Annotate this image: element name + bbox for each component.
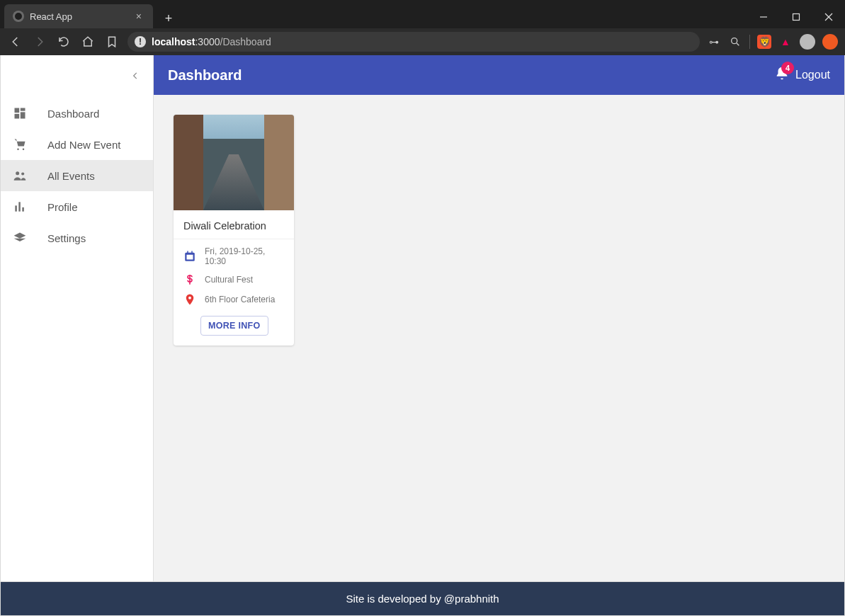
window-close-button[interactable] xyxy=(812,6,845,28)
svg-rect-17 xyxy=(22,207,24,212)
toolbar-separator xyxy=(749,35,750,49)
card-divider xyxy=(174,239,294,239)
window-minimize-button[interactable] xyxy=(747,6,780,28)
url-text: localhost:3000/Dashboard xyxy=(152,36,271,47)
svg-point-23 xyxy=(188,297,191,300)
svg-marker-18 xyxy=(14,233,26,239)
svg-rect-7 xyxy=(15,108,20,113)
browser-tab[interactable]: React App × xyxy=(4,4,153,28)
tab-title: React App xyxy=(30,11,127,22)
svg-point-5 xyxy=(732,38,737,44)
sidebar-item-all-events[interactable]: All Events xyxy=(1,160,153,191)
sidebar: Dashboard Add New Event All Events Profi… xyxy=(1,55,154,581)
barchart-icon xyxy=(12,199,28,215)
browser-titlebar: React App × + xyxy=(0,0,845,28)
svg-point-14 xyxy=(21,172,24,175)
event-category-row: Cultural Fest xyxy=(183,273,284,286)
svg-rect-22 xyxy=(191,251,193,254)
logout-button[interactable]: Logout xyxy=(795,69,830,81)
people-icon xyxy=(12,168,28,183)
svg-point-11 xyxy=(17,148,19,150)
sidebar-item-label: Dashboard xyxy=(47,108,99,120)
svg-rect-20 xyxy=(187,255,193,260)
brave-shield-icon[interactable]: 🦁 xyxy=(757,35,771,49)
main-area: Dashboard 4 Logout Diwali Celebration Fr… xyxy=(154,55,844,581)
window-controls xyxy=(747,6,845,28)
sidebar-item-profile[interactable]: Profile xyxy=(1,191,153,222)
zoom-icon[interactable] xyxy=(728,35,742,49)
event-card-body: Diwali Celebration Fri, 2019-10-25, 10:3… xyxy=(174,210,294,346)
event-location: 6th Floor Cafeteria xyxy=(205,295,275,304)
dashboard-icon xyxy=(12,105,28,121)
brave-rewards-icon[interactable]: ▲ xyxy=(778,35,793,49)
browser-toolbar: ! localhost:3000/Dashboard ⊶ 🦁 ▲ xyxy=(0,28,845,55)
site-footer: Site is developed by @prabhnith xyxy=(0,582,845,616)
notifications-badge: 4 xyxy=(781,62,794,74)
svg-rect-2 xyxy=(793,14,800,21)
browser-chrome: React App × + ! localhost:3000/Dashboard… xyxy=(0,0,845,55)
tab-favicon-icon xyxy=(13,11,24,22)
extension-icon[interactable] xyxy=(822,34,838,50)
svg-rect-10 xyxy=(15,114,20,119)
app-root: Dashboard Add New Event All Events Profi… xyxy=(0,55,845,582)
sidebar-item-label: Add New Event xyxy=(47,139,120,151)
reload-button[interactable] xyxy=(55,33,72,50)
event-category: Cultural Fest xyxy=(205,275,253,285)
app-bar: Dashboard 4 Logout xyxy=(154,55,844,95)
svg-line-6 xyxy=(737,43,739,45)
tab-close-icon[interactable]: × xyxy=(133,11,144,22)
profile-avatar-icon[interactable] xyxy=(800,34,815,50)
location-icon xyxy=(183,293,196,306)
sidebar-item-label: Profile xyxy=(47,201,78,213)
home-button[interactable] xyxy=(79,33,96,50)
event-date-row: Fri, 2019-10-25, 10:30 xyxy=(183,246,284,266)
nav-back-button[interactable] xyxy=(7,33,24,50)
svg-rect-15 xyxy=(15,205,17,211)
sidebar-nav: Dashboard Add New Event All Events Profi… xyxy=(1,98,153,253)
sidebar-item-label: Settings xyxy=(47,232,86,244)
more-info-button[interactable]: MORE INFO xyxy=(200,316,268,336)
cart-icon xyxy=(12,137,28,152)
toolbar-right-icons: ⊶ 🦁 ▲ xyxy=(707,34,838,50)
svg-rect-8 xyxy=(21,108,25,111)
calendar-icon xyxy=(183,250,196,263)
svg-rect-9 xyxy=(21,112,25,118)
footer-text: Site is developed by @prabhnith xyxy=(346,593,499,605)
sidebar-item-label: All Events xyxy=(47,170,95,182)
bookmark-button[interactable] xyxy=(103,33,120,50)
svg-rect-16 xyxy=(18,202,21,211)
event-date: Fri, 2019-10-25, 10:30 xyxy=(205,246,284,266)
svg-point-12 xyxy=(23,148,25,150)
event-title: Diwali Celebration xyxy=(183,220,284,232)
page-title: Dashboard xyxy=(168,67,774,84)
sidebar-item-settings[interactable]: Settings xyxy=(1,222,153,253)
content-area: Diwali Celebration Fri, 2019-10-25, 10:3… xyxy=(154,95,844,581)
nav-forward-button[interactable] xyxy=(31,33,48,50)
layers-icon xyxy=(12,230,28,246)
address-bar[interactable]: ! localhost:3000/Dashboard xyxy=(127,32,700,52)
svg-rect-21 xyxy=(187,251,188,254)
site-info-icon[interactable]: ! xyxy=(135,36,146,47)
notifications-button[interactable]: 4 xyxy=(774,66,790,84)
sidebar-collapse-button[interactable] xyxy=(130,71,140,84)
event-card: Diwali Celebration Fri, 2019-10-25, 10:3… xyxy=(174,115,294,346)
event-card-image xyxy=(174,115,294,210)
window-maximize-button[interactable] xyxy=(780,6,812,28)
dollar-icon xyxy=(183,273,196,286)
svg-point-13 xyxy=(16,171,19,175)
key-icon[interactable]: ⊶ xyxy=(707,35,721,49)
sidebar-item-add-new-event[interactable]: Add New Event xyxy=(1,129,153,160)
sidebar-item-dashboard[interactable]: Dashboard xyxy=(1,98,153,129)
svg-point-0 xyxy=(15,13,22,20)
event-location-row: 6th Floor Cafeteria xyxy=(183,293,284,306)
new-tab-button[interactable]: + xyxy=(159,8,178,28)
